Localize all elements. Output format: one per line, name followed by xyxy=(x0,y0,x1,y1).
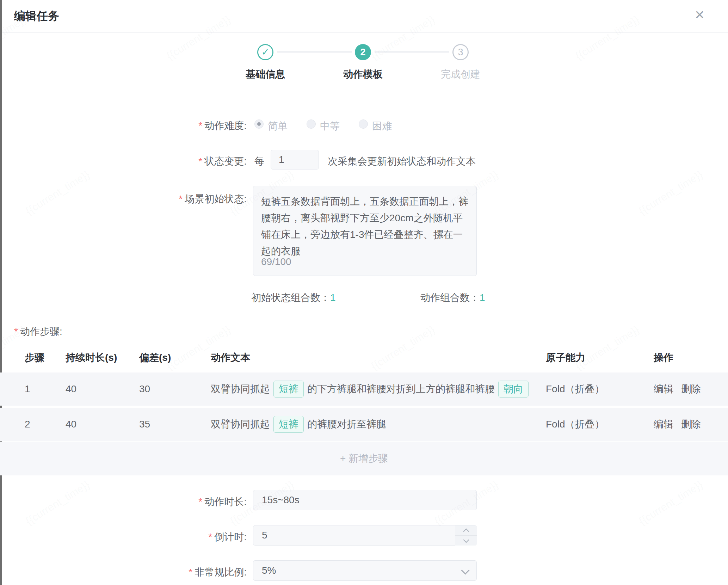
cell-ability: Fold（折叠） xyxy=(546,372,604,406)
unusual-ratio-label: *非常规比例: xyxy=(106,566,247,579)
radio-medium-label: 中等 xyxy=(320,119,340,133)
col-header-text: 动作文本 xyxy=(211,351,250,364)
step2-number: 2 xyxy=(360,47,365,58)
edit-link[interactable]: 编辑 xyxy=(654,408,673,441)
initial-state-text: 短裤五条数据背面朝上，五条数据正面朝上，裤腰朝右，离头部视野下方至少20cm之外… xyxy=(261,193,469,259)
countdown-input[interactable] xyxy=(253,525,477,546)
required-mark: * xyxy=(198,156,202,167)
duration-input[interactable] xyxy=(253,490,477,510)
action-text-part: 双臂协同抓起 xyxy=(211,418,270,431)
radio-selected-dot xyxy=(257,122,261,126)
step2-label: 动作模板 xyxy=(321,68,405,81)
unusual-ratio-select[interactable] xyxy=(253,560,477,581)
initial-state-textarea[interactable]: 短裤五条数据背面朝上，五条数据正面朝上，裤腰朝右，离头部视野下方至少20cm之外… xyxy=(253,186,477,276)
difficulty-label: *动作难度: xyxy=(106,119,247,133)
required-mark: * xyxy=(189,567,192,578)
countdown-label: *倒计时: xyxy=(106,530,247,544)
duration-label: *动作时长: xyxy=(106,495,247,509)
state-change-prefix: 每 xyxy=(254,155,264,168)
required-mark: * xyxy=(198,496,202,507)
radio-easy-label: 简单 xyxy=(268,119,288,133)
required-mark: * xyxy=(208,531,212,542)
cell-deviation: 35 xyxy=(139,408,150,441)
state-change-label: *状态变更: xyxy=(106,155,247,168)
state-change-suffix: 次采集会更新初始状态和动作文本 xyxy=(328,155,476,168)
col-header-step: 步骤 xyxy=(25,351,44,364)
col-header-duration: 持续时长(s) xyxy=(66,351,117,364)
window-left-edge xyxy=(0,0,2,585)
required-mark: * xyxy=(198,120,202,131)
step-connector xyxy=(375,51,449,53)
initial-combo-count: 初始状态组合数：1 xyxy=(251,291,336,304)
action-tag: 朝向 xyxy=(498,381,529,398)
radio-easy[interactable] xyxy=(254,119,264,129)
cell-action-text: 双臂协同抓起短裤的裤腰对折至裤腿 xyxy=(211,408,531,441)
state-change-input[interactable] xyxy=(271,150,319,170)
action-combo-count: 动作组合数：1 xyxy=(420,291,485,304)
close-icon[interactable]: × xyxy=(695,6,704,23)
step1-done-circle: ✓ xyxy=(257,44,273,60)
step1-label: 基础信息 xyxy=(223,68,308,81)
delete-link[interactable]: 删除 xyxy=(681,408,701,441)
countdown-stepper xyxy=(455,525,476,545)
step3-label: 完成创建 xyxy=(418,68,503,81)
required-mark: * xyxy=(179,193,183,204)
add-step-button[interactable]: + 新增步骤 xyxy=(0,442,728,475)
col-header-actions: 操作 xyxy=(654,351,673,364)
delete-link[interactable]: 删除 xyxy=(681,372,701,406)
cell-duration: 40 xyxy=(66,408,76,441)
dialog-header xyxy=(2,0,728,33)
action-tag: 短裤 xyxy=(273,381,304,398)
required-mark: * xyxy=(14,326,18,337)
action-steps-section-label: *动作步骤: xyxy=(14,325,62,338)
action-text-part: 的裤腰对折至裤腿 xyxy=(307,418,386,431)
radio-hard[interactable] xyxy=(359,119,368,129)
initial-combo-value: 1 xyxy=(330,292,336,303)
char-counter: 69/100 xyxy=(261,253,291,270)
dialog-title: 编辑任务 xyxy=(14,8,59,24)
step-connector xyxy=(277,51,352,53)
action-text-part: 的下方裤腿和裤腰对折到上方的裤腿和裤腰 xyxy=(307,382,495,396)
cell-duration: 40 xyxy=(66,372,76,406)
col-header-ability: 原子能力 xyxy=(546,351,585,364)
edit-link[interactable]: 编辑 xyxy=(654,372,673,406)
action-text-part: 双臂协同抓起 xyxy=(211,382,270,396)
table-row: 14030双臂协同抓起短裤的下方裤腿和裤腰对折到上方的裤腿和裤腰朝向Fold（折… xyxy=(0,372,728,406)
col-header-deviation: 偏差(s) xyxy=(139,351,171,364)
step3-pending-circle: 3 xyxy=(452,44,469,60)
cell-action-text: 双臂协同抓起短裤的下方裤腿和裤腰对折到上方的裤腿和裤腰朝向 xyxy=(211,372,531,406)
cell-deviation: 30 xyxy=(139,372,150,406)
initial-state-label: *场景初始状态: xyxy=(106,192,247,206)
spinner-down-icon[interactable] xyxy=(455,535,477,546)
radio-hard-label: 困难 xyxy=(372,119,392,133)
cell-step: 2 xyxy=(25,408,30,441)
cell-step: 1 xyxy=(25,372,30,406)
action-tag: 短裤 xyxy=(273,416,304,433)
cell-ability: Fold（折叠） xyxy=(546,408,604,441)
check-icon: ✓ xyxy=(261,47,270,58)
table-row: 24035双臂协同抓起短裤的裤腰对折至裤腿Fold（折叠）编辑删除 xyxy=(0,408,728,441)
step3-number: 3 xyxy=(458,47,463,58)
radio-medium[interactable] xyxy=(307,119,316,129)
step2-active-circle: 2 xyxy=(355,44,371,60)
spinner-up-icon[interactable] xyxy=(455,525,477,535)
action-combo-value: 1 xyxy=(480,292,485,303)
